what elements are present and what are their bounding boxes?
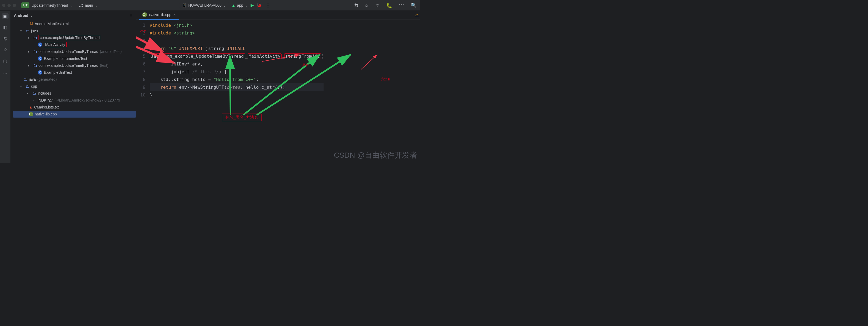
chevron-down-icon: ▾ bbox=[20, 29, 24, 32]
package-icon: 🗀 bbox=[33, 50, 37, 54]
window-traffic-lights bbox=[2, 4, 16, 7]
ndk-label: NDK r27 bbox=[38, 98, 53, 102]
tree-item-instrumentedtest[interactable]: C ExampleInstrumentedTest bbox=[13, 55, 136, 62]
tool-window-bar: ▣ ◧ ⌬ ☆ ▢ … bbox=[0, 11, 11, 163]
search-icon[interactable]: 🔍 bbox=[410, 2, 418, 8]
package-label: com.example.UpdateTimeByThread bbox=[38, 35, 101, 40]
project-tree: M AndroidManifest.xml ▾ 🗀 java ▾ 🗀 com.e… bbox=[11, 20, 136, 120]
package-label: com.example.UpdateTimeByThread bbox=[38, 50, 98, 54]
tree-item-pkg-main[interactable]: ▾ 🗀 com.example.UpdateTimeByThread bbox=[13, 34, 136, 41]
project-sidebar: Android ⋮ M AndroidManifest.xml ▾ 🗀 java… bbox=[11, 11, 136, 163]
folder-icon: 🗀 bbox=[32, 91, 36, 95]
class-label: ExampleInstrumentedTest bbox=[44, 56, 87, 61]
package-icon: 🗀 bbox=[33, 63, 37, 68]
debug-button[interactable]: 🐞 bbox=[256, 3, 262, 8]
code-area[interactable]: 12 34 56 78 910 #include <jni.h> #includ… bbox=[136, 20, 420, 163]
traffic-close[interactable] bbox=[2, 4, 5, 7]
tree-item-java-gen[interactable]: 🗀 java (generated) bbox=[13, 76, 136, 83]
editor-pane: C⁺ native-lib.cpp × ⚠ 12 34 56 78 910 #i… bbox=[136, 11, 420, 163]
device-label: HUAWEI LRA-AL00 bbox=[188, 3, 221, 7]
cmake-icon: ▲ bbox=[29, 105, 33, 109]
chevron-down-icon: ▾ bbox=[27, 92, 30, 95]
chevron-down-icon: ▾ bbox=[28, 36, 32, 39]
tree-item-pkg-test[interactable]: ▾ 🗀 com.example.UpdateTimeByThread (test… bbox=[13, 62, 136, 69]
project-name-label: UpdateTimeByThread bbox=[32, 3, 68, 7]
more-tools-icon[interactable]: … bbox=[2, 69, 8, 75]
tree-item-nativelib[interactable]: C⁺ native-lib.cpp bbox=[13, 110, 136, 118]
tree-item-cpp[interactable]: ▾ 🗀 cpp bbox=[13, 83, 136, 90]
folder-label: java bbox=[29, 77, 36, 82]
sidebar-options-icon[interactable]: ⋮ bbox=[129, 13, 133, 18]
dropdown-icon bbox=[30, 13, 33, 18]
class-icon: C bbox=[38, 70, 42, 74]
xml-icon: M bbox=[30, 22, 33, 26]
project-tool-icon[interactable]: ▣ bbox=[2, 13, 8, 19]
class-icon: C bbox=[38, 42, 42, 47]
editor-tab-nativelib[interactable]: C⁺ native-lib.cpp × bbox=[139, 11, 179, 20]
class-icon: C bbox=[38, 56, 42, 61]
package-icon: 🗀 bbox=[33, 36, 37, 40]
folder-icon: 🗀 bbox=[26, 29, 29, 33]
jni-class-segment: MainActivity bbox=[248, 54, 282, 59]
package-suffix: (test) bbox=[100, 63, 108, 68]
file-label: native-lib.cpp bbox=[35, 112, 57, 116]
project-view-label: Android bbox=[14, 13, 28, 18]
folder-label: java bbox=[31, 29, 38, 33]
traffic-max[interactable] bbox=[13, 4, 16, 7]
file-label: AndroidManifest.xml bbox=[35, 22, 69, 26]
file-label: CMakeLists.txt bbox=[34, 105, 59, 109]
settings-icon[interactable]: ≑ bbox=[374, 2, 380, 8]
tree-item-java[interactable]: ▾ 🗀 java bbox=[13, 27, 136, 34]
profiler-icon[interactable]: 〰 bbox=[398, 2, 405, 8]
run-config-label: app bbox=[237, 3, 243, 7]
search-everywhere-icon[interactable]: ⌕ bbox=[364, 2, 369, 8]
project-view-header[interactable]: Android ⋮ bbox=[11, 11, 136, 20]
jni-package-segment: Java_com_example_UpdateTimeByThread bbox=[150, 54, 245, 59]
tree-item-manifest[interactable]: M AndroidManifest.xml bbox=[13, 20, 136, 27]
run-config-selector[interactable]: ▲ app bbox=[231, 3, 248, 7]
main-area: ▣ ◧ ⌬ ☆ ▢ … Android ⋮ M AndroidManifest.… bbox=[0, 11, 420, 163]
folder-icon: 🗀 bbox=[24, 77, 27, 82]
bookmarks-icon[interactable]: ☆ bbox=[2, 46, 8, 53]
tree-item-ndk[interactable]: › NDK r27 (~/Library/Android/sdk/ndk/27.… bbox=[13, 97, 136, 104]
tree-item-pkg-androidtest[interactable]: ▾ 🗀 com.example.UpdateTimeByThread (andr… bbox=[13, 48, 136, 55]
code-with-me-icon[interactable]: ⇆ bbox=[353, 2, 360, 8]
folder-label: includes bbox=[37, 91, 51, 95]
traffic-min[interactable] bbox=[7, 4, 11, 7]
editor-tabs: C⁺ native-lib.cpp × bbox=[136, 11, 420, 20]
chevron-down-icon: ▾ bbox=[28, 50, 32, 53]
android-icon: ▲ bbox=[231, 3, 235, 7]
line-numbers: 12 34 56 78 910 bbox=[136, 20, 148, 163]
tree-item-cmake[interactable]: ▲ CMakeLists.txt bbox=[13, 104, 136, 110]
cpp-icon: C⁺ bbox=[29, 112, 33, 116]
debug-tool-icon[interactable]: 🐛 bbox=[385, 2, 393, 8]
tab-label: native-lib.cpp bbox=[149, 12, 172, 17]
package-label: com.example.UpdateTimeByThread bbox=[38, 63, 98, 68]
structure-icon[interactable]: ⌬ bbox=[2, 35, 8, 42]
tree-item-includes[interactable]: ▾ 🗀 includes bbox=[13, 90, 136, 97]
project-selector[interactable]: UpdateTimeByThread bbox=[32, 3, 73, 7]
folder-suffix: (generated) bbox=[37, 77, 57, 82]
warning-icon[interactable]: ⚠ bbox=[415, 12, 419, 18]
resource-manager-icon[interactable]: ◧ bbox=[2, 24, 8, 30]
phone-icon: 📱 bbox=[182, 3, 187, 7]
run-button[interactable]: ▶ bbox=[251, 3, 254, 8]
top-toolbar: UT UpdateTimeByThread ⎇ main 📱 HUAWEI LR… bbox=[0, 0, 420, 11]
package-suffix: (androidTest) bbox=[100, 50, 122, 54]
device-selector[interactable]: 📱 HUAWEI LRA-AL00 bbox=[180, 2, 229, 8]
project-badge: UT bbox=[21, 2, 29, 8]
more-actions-icon[interactable]: ⋮ bbox=[265, 2, 271, 8]
chevron-down-icon: ▾ bbox=[28, 64, 32, 67]
tree-item-mainactivity[interactable]: C MainActivity bbox=[13, 41, 136, 48]
build-variants-icon[interactable]: ▢ bbox=[2, 58, 8, 64]
close-icon[interactable]: × bbox=[174, 12, 176, 17]
branch-icon: ⎇ bbox=[79, 3, 83, 8]
folder-icon: 🗀 bbox=[26, 84, 29, 89]
folder-label: cpp bbox=[31, 84, 37, 89]
cpp-icon: C⁺ bbox=[142, 12, 147, 17]
chevron-right-icon: › bbox=[33, 99, 37, 102]
ndk-path: (~/Library/Android/sdk/ndk/27.0.120779 bbox=[55, 98, 120, 102]
branch-selector[interactable]: ⎇ main bbox=[79, 3, 98, 8]
tree-item-unittest[interactable]: C ExampleUnitTest bbox=[13, 69, 136, 76]
code-body[interactable]: #include <jni.h> #include <string> exter… bbox=[148, 20, 323, 163]
